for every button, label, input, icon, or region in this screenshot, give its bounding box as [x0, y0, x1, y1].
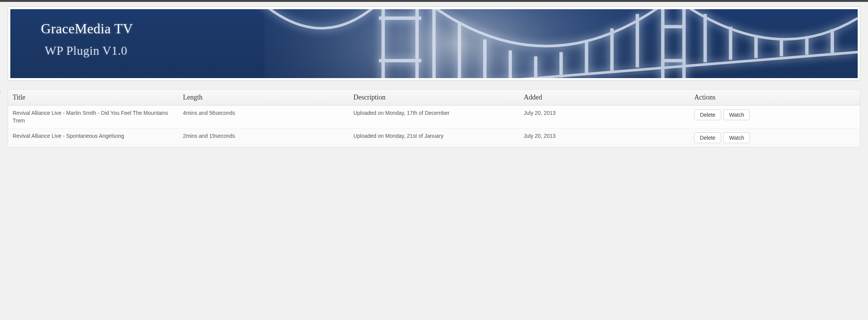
delete-button[interactable]: Delete — [694, 132, 721, 143]
cell-actions: DeleteWatch — [689, 129, 860, 147]
watch-button[interactable]: Watch — [723, 132, 750, 143]
cell-length: 2mins and 19seconds — [179, 129, 349, 147]
cell-title: Revival Alliance Live - Spontaneous Ange… — [8, 129, 179, 147]
media-table: Title Length Description Added Actions R… — [8, 89, 860, 147]
cell-added: July 20, 2013 — [519, 106, 690, 128]
banner-frame: GraceMedia TV WP Plugin V1.0 — [8, 7, 860, 81]
header-description: Description — [349, 90, 519, 105]
plugin-banner: GraceMedia TV WP Plugin V1.0 — [10, 9, 858, 78]
header-added: Added — [519, 90, 690, 105]
cell-description: Uploaded on Monday, 21st of January — [349, 129, 519, 147]
cell-added: July 20, 2013 — [519, 129, 690, 147]
bridge-illustration-icon — [10, 9, 858, 78]
header-actions: Actions — [689, 90, 860, 105]
admin-top-bar — [0, 0, 868, 2]
table-row: Revival Alliance Live - Martin Smith - D… — [8, 106, 860, 129]
table-body: Revival Alliance Live - Martin Smith - D… — [8, 106, 860, 147]
table-row: Revival Alliance Live - Spontaneous Ange… — [8, 129, 860, 147]
table-header-row: Title Length Description Added Actions — [8, 90, 860, 106]
cell-length: 4mins and 56seconds — [179, 106, 349, 128]
svg-rect-0 — [265, 9, 688, 78]
banner-title: GraceMedia TV — [41, 21, 133, 37]
page-content: GraceMedia TV WP Plugin V1.0 Title Lengt… — [0, 7, 868, 163]
banner-subtitle: WP Plugin V1.0 — [45, 44, 127, 58]
header-title: Title — [8, 90, 179, 105]
cell-actions: DeleteWatch — [689, 106, 860, 128]
header-length: Length — [179, 90, 349, 105]
cell-description: Uploaded on Monday, 17th of December — [349, 106, 519, 128]
cell-title: Revival Alliance Live - Martin Smith - D… — [8, 106, 179, 128]
sidebar-collapse-arrow-icon[interactable] — [0, 87, 1, 98]
delete-button[interactable]: Delete — [694, 109, 721, 120]
watch-button[interactable]: Watch — [723, 109, 750, 120]
